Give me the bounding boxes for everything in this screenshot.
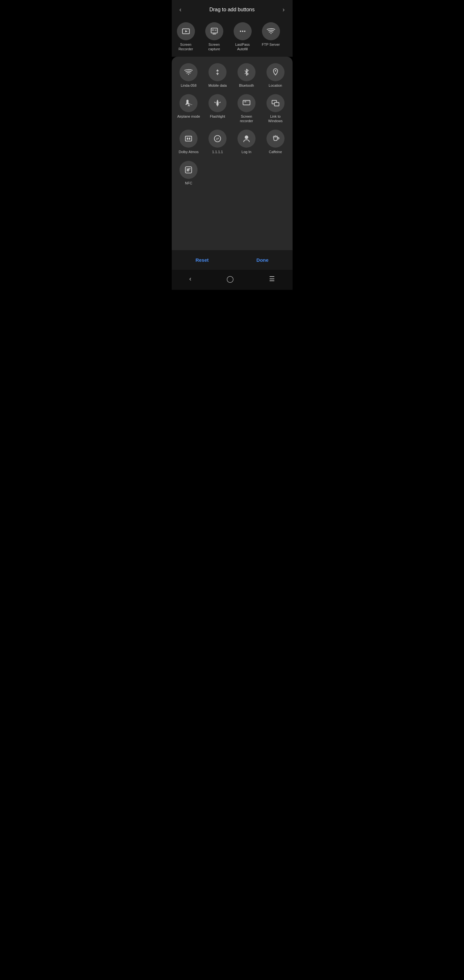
button-dolby-atmos-label: Dolby Atmos [179, 150, 199, 154]
bottom-actions: Reset Done [172, 250, 292, 270]
svg-rect-26 [189, 138, 190, 140]
svg-rect-4 [212, 29, 214, 31]
top-button-screen-recorder[interactable]: Screen Recorder [172, 22, 200, 52]
screen-capture-icon-circle [205, 22, 223, 40]
button-flashlight[interactable]: Flashlight [203, 94, 231, 124]
button-caffeine[interactable]: Caffeine [262, 130, 289, 154]
screen-recorder-icon-circle [177, 22, 195, 40]
button-grid: Linda-058 Mobile data [175, 63, 289, 185]
done-button[interactable]: Done [243, 255, 281, 265]
svg-line-19 [220, 102, 221, 103]
top-button-ftp-server[interactable]: FTP Server [257, 22, 285, 52]
back-button[interactable]: ‹ [184, 274, 197, 284]
right-arrow-button[interactable]: › [280, 5, 288, 14]
mobile-data-icon [208, 63, 227, 81]
page-title: Drag to add buttons [184, 7, 280, 13]
button-screen-recorder[interactable]: Screen recorder [233, 94, 261, 124]
top-button-screen-recorder-label: Screen Recorder [174, 42, 197, 52]
top-buttons-area: Screen Recorder Screen capture LastPass … [172, 19, 292, 57]
airplane-mode-icon [180, 94, 197, 112]
top-button-screen-capture[interactable]: Screen capture [200, 22, 229, 52]
reset-button[interactable]: Reset [183, 255, 222, 265]
button-airplane-mode-label: Airplane mode [177, 114, 200, 119]
svg-rect-23 [274, 102, 279, 106]
button-nfc-label: NFC [185, 181, 192, 185]
link-windows-icon [267, 94, 284, 112]
button-bluetooth-label: Bluetooth [239, 83, 254, 88]
main-panel: Linda-058 Mobile data [172, 57, 292, 250]
left-arrow-button[interactable]: ‹ [177, 5, 184, 14]
button-dolby-atmos[interactable]: Dolby Atmos [175, 130, 203, 154]
svg-point-8 [244, 30, 245, 32]
button-log-in[interactable]: Log In [233, 130, 261, 154]
top-bar: ‹ Drag to add buttons › [172, 0, 292, 19]
button-mobile-data[interactable]: Mobile data [203, 63, 231, 88]
log-in-icon [237, 130, 256, 148]
ftp-server-icon-circle [262, 22, 280, 40]
svg-point-9 [270, 33, 271, 34]
svg-rect-24 [186, 136, 192, 141]
location-icon [267, 63, 284, 81]
top-button-screen-capture-label: Screen capture [203, 42, 226, 52]
one-one-icon: 1⁴ [208, 130, 227, 148]
top-button-ftp-server-label: FTP Server [262, 42, 280, 47]
svg-point-6 [240, 30, 241, 32]
button-mobile-data-label: Mobile data [208, 83, 227, 88]
svg-rect-20 [243, 100, 250, 105]
caffeine-icon [267, 130, 284, 148]
button-airplane-mode[interactable]: Airplane mode [175, 94, 203, 124]
svg-rect-3 [212, 34, 216, 35]
screen-recorder-icon [237, 94, 256, 112]
bluetooth-icon [237, 63, 256, 81]
top-button-lastpass-label: LastPass Autofill [231, 42, 254, 52]
svg-point-10 [188, 73, 189, 75]
svg-point-15 [275, 70, 276, 71]
nfc-icon [180, 161, 197, 179]
top-button-lastpass[interactable]: LastPass Autofill [229, 22, 257, 52]
nav-bar: ‹ ◯ ☰ [172, 270, 292, 290]
svg-rect-16 [216, 102, 219, 105]
svg-point-7 [242, 30, 243, 32]
button-log-in-label: Log In [242, 150, 252, 154]
button-flashlight-label: Flashlight [210, 114, 225, 119]
button-linda-058-label: Linda-058 [181, 83, 197, 88]
button-1111-label: 1.1.1.1 [212, 150, 223, 154]
button-caffeine-label: Caffeine [269, 150, 282, 154]
svg-rect-25 [187, 138, 188, 140]
svg-line-18 [215, 102, 215, 103]
flashlight-icon [208, 94, 227, 112]
button-link-to-windows[interactable]: Link to Windows [262, 94, 289, 124]
button-location-label: Location [269, 83, 282, 88]
home-button[interactable]: ◯ [221, 274, 239, 284]
svg-text:1⁴: 1⁴ [216, 138, 219, 141]
button-nfc[interactable]: NFC [175, 161, 203, 185]
button-link-to-windows-label: Link to Windows [264, 114, 287, 124]
svg-rect-5 [215, 30, 216, 31]
dolby-atmos-icon [180, 130, 197, 148]
button-linda-058[interactable]: Linda-058 [175, 63, 203, 88]
button-1111[interactable]: 1⁴ 1.1.1.1 [203, 130, 231, 154]
recents-button[interactable]: ☰ [264, 274, 280, 284]
button-screen-recorder-label: Screen recorder [235, 114, 258, 124]
svg-marker-1 [185, 30, 188, 33]
svg-rect-21 [244, 101, 246, 102]
button-bluetooth[interactable]: Bluetooth [233, 63, 261, 88]
lastpass-icon-circle [234, 22, 252, 40]
linda-058-icon [180, 63, 197, 81]
button-location[interactable]: Location [262, 63, 289, 88]
